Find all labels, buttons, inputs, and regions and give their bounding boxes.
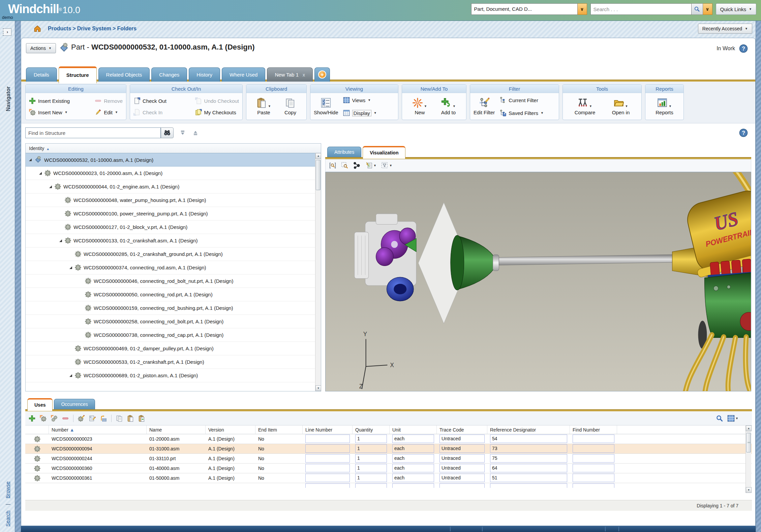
tree-row[interactable]: WCDS0000000044, 01-2_engine.asm, A.1 (De…	[26, 180, 315, 194]
editable-cell[interactable]: each	[392, 435, 434, 443]
paste-button[interactable]: ▼Paste	[256, 98, 271, 115]
expand-arrow-icon[interactable]	[69, 266, 72, 269]
tab-history[interactable]: History	[189, 67, 220, 82]
cell-line_number[interactable]	[303, 473, 353, 483]
cell-quantity[interactable]: 1	[353, 434, 390, 444]
current-filter-button[interactable]: Current Filter	[499, 97, 543, 104]
quick-links-button[interactable]: Quick Links▼	[716, 3, 756, 15]
cell-find_number[interactable]	[570, 473, 617, 483]
cell-find_number[interactable]	[570, 434, 617, 444]
help-icon[interactable]	[739, 44, 748, 53]
column-header-trace-code[interactable]: Trace Code	[437, 425, 487, 434]
column-header-reference-designator[interactable]: Reference Designator	[487, 425, 570, 434]
table-row[interactable]: WCDS000000024401-33110.prtA.1 (Design)No…	[25, 454, 752, 464]
paste-button[interactable]	[127, 415, 134, 422]
expand-arrow-icon[interactable]	[69, 374, 72, 377]
open-in-button[interactable]: ▼Open in	[612, 98, 630, 115]
3d-viewport[interactable]: US POWERTRAIN	[325, 172, 751, 391]
tab-changes[interactable]: Changes	[151, 67, 187, 82]
scroll-up-icon[interactable]: ▲	[315, 153, 321, 159]
insert-multi-button[interactable]	[51, 415, 58, 422]
display-options-button[interactable]: ▼	[365, 162, 376, 169]
navigator-expand-button[interactable]: ›	[3, 28, 11, 36]
editable-cell[interactable]	[573, 474, 614, 482]
editable-cell[interactable]	[305, 464, 350, 472]
editable-cell[interactable]	[305, 454, 350, 463]
editable-cell[interactable]: each	[392, 444, 434, 453]
column-header-number[interactable]: Number ▲	[49, 425, 147, 434]
table-row[interactable]: WCDS000000036001-40000.asmA.1 (Design)No…	[25, 464, 752, 473]
tree-row[interactable]: WCDS0000000469, 01-2_damper_pulley.prt, …	[26, 342, 315, 355]
expand-arrow-icon[interactable]	[39, 172, 42, 175]
editable-cell[interactable]: 1	[355, 454, 387, 463]
editable-cell[interactable]: each	[392, 454, 434, 463]
breadcrumb-folders[interactable]: Folders	[117, 26, 136, 31]
editable-cell[interactable]	[305, 444, 350, 453]
editable-cell[interactable]	[573, 454, 614, 463]
tree-row[interactable]: WCDS0000000689, 01-2_piston.asm, A.1 (De…	[26, 369, 315, 382]
cell-trace_code[interactable]: Untraced	[437, 473, 487, 483]
find-button[interactable]	[716, 415, 723, 422]
orbit-button[interactable]	[353, 162, 361, 169]
sidebar-search-link[interactable]: Search	[5, 510, 10, 527]
editable-cell[interactable]	[573, 464, 614, 472]
insert-new-button[interactable]: Insert New▼	[29, 109, 70, 116]
cell-quantity[interactable]: 1	[353, 444, 390, 453]
editable-cell[interactable]: 1	[355, 444, 387, 453]
column-header-name[interactable]: Name	[147, 425, 206, 434]
insert-new-button[interactable]	[40, 415, 47, 422]
search-type-select[interactable]: Part, Document, CAD D... ∨	[471, 3, 587, 15]
editable-cell[interactable]: 73	[490, 444, 567, 453]
tree-row[interactable]: WCDS0000000050, connecting_rod.prt, A.1 …	[26, 288, 315, 301]
edit-filter-button[interactable]: Edit Filter	[474, 98, 495, 115]
check-out-button[interactable]: Check Out	[133, 97, 166, 104]
tab-related-objects[interactable]: Related Objects	[98, 67, 150, 82]
navigator-collapsed-band[interactable]	[15, 21, 21, 532]
expand-arrow-icon[interactable]	[59, 239, 62, 242]
cell-trace_code[interactable]: Untraced	[437, 434, 487, 444]
tree-row[interactable]: WCDS0000000285, 01-2_crankshaft_ground.p…	[26, 247, 315, 261]
cell-unit[interactable]: each	[390, 464, 437, 473]
add-to-button[interactable]: ▼Add to	[441, 98, 456, 115]
cell-reference_designator[interactable]: 64	[487, 464, 570, 473]
editable-cell[interactable]	[305, 474, 350, 482]
cell-find_number[interactable]	[570, 464, 617, 473]
new-button[interactable]: ▼New	[413, 98, 427, 115]
scroll-up-icon[interactable]: ▲	[746, 425, 752, 431]
tree-row[interactable]: WCDS0000000023, 01-20000.asm, A.1 (Desig…	[26, 167, 315, 180]
search-type-value[interactable]: Part, Document, CAD D...	[471, 3, 578, 15]
zoom-fit-button[interactable]	[329, 162, 336, 169]
breadcrumb-drive-system[interactable]: Drive System	[77, 26, 111, 31]
show-hide-button[interactable]: Show/Hide	[314, 98, 338, 115]
copy-button[interactable]: Copy	[284, 98, 296, 115]
table-row[interactable]: WCDS000000002301-20000.asmA.1 (Design)No…	[25, 434, 752, 444]
cell-trace_code[interactable]: Untraced	[437, 454, 487, 463]
tab-where-used[interactable]: Where Used	[222, 67, 265, 82]
close-tab-icon[interactable]: x	[303, 72, 305, 78]
cell-find_number[interactable]	[570, 454, 617, 463]
search-type-dropdown-icon[interactable]: ∨	[578, 3, 587, 15]
tree-column-header[interactable]: Identity▲	[26, 144, 321, 153]
home-icon[interactable]	[34, 25, 41, 32]
sidebar-browse-link[interactable]: Browse	[5, 481, 10, 498]
remove-button[interactable]	[62, 415, 69, 422]
tab-visualization[interactable]: Visualization	[363, 146, 405, 159]
cell-line_number[interactable]	[303, 434, 353, 444]
expand-arrow-icon[interactable]	[29, 158, 32, 161]
cell-unit[interactable]: each	[390, 444, 437, 453]
column-header-find-number[interactable]: Find Number	[570, 425, 617, 434]
add-tab-button[interactable]: +	[314, 67, 330, 82]
collapse-all-button[interactable]	[180, 129, 186, 136]
tree-row[interactable]: WCDS0000000100, power_steering_pump.prt,…	[26, 207, 315, 220]
cell-quantity[interactable]: 1	[353, 464, 390, 473]
reports-button[interactable]: ▼Reports	[656, 98, 673, 115]
editable-cell[interactable]: Untraced	[439, 454, 485, 463]
editable-cell[interactable]: each	[392, 464, 434, 472]
help-icon[interactable]	[739, 128, 748, 137]
editable-cell[interactable]: Untraced	[439, 444, 485, 453]
compare-button[interactable]: ▼Compare	[575, 98, 596, 115]
cell-line_number[interactable]	[303, 454, 353, 463]
find-button[interactable]	[161, 127, 174, 138]
cell-reference_designator[interactable]: 75	[487, 454, 570, 463]
editable-cell[interactable]: 1	[355, 464, 387, 472]
